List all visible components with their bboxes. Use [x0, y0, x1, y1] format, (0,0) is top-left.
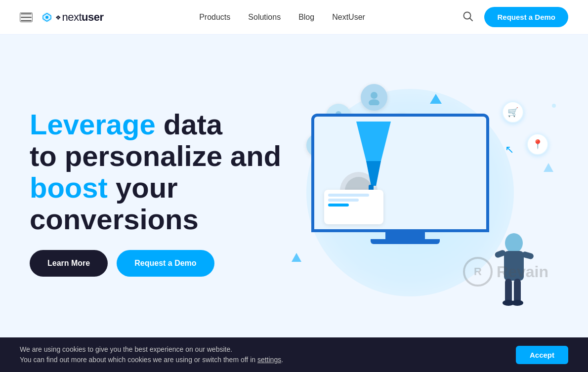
monitor-base	[371, 239, 440, 244]
triangle-1	[430, 94, 442, 104]
request-demo-header-button[interactable]: Request a Demo	[484, 7, 568, 27]
monitor-screen	[314, 117, 486, 229]
hero-title-boost: boost	[30, 171, 108, 204]
triangle-3	[292, 253, 301, 262]
dot-2	[552, 104, 556, 108]
cookie-accept-button[interactable]: Accept	[516, 346, 568, 364]
triangle-2	[544, 163, 553, 172]
card-line-1	[328, 194, 369, 197]
nav-products[interactable]: Products	[199, 13, 230, 22]
svg-point-2	[45, 16, 48, 19]
cookie-settings-link[interactable]: settings	[257, 356, 281, 364]
hero-title-line2: to personalize and	[30, 140, 281, 172]
nav-solutions[interactable]: Solutions	[248, 13, 281, 22]
hero-buttons: Learn More Request a Demo	[30, 250, 281, 277]
svg-point-6	[369, 99, 379, 105]
hero-title: Leverage data to personalize and boost y…	[30, 109, 281, 235]
avatar-1	[361, 84, 387, 111]
logo-icon	[42, 12, 52, 23]
nav-nextuser[interactable]: NextUser	[332, 13, 365, 22]
hero-title-data: data	[156, 108, 222, 140]
search-button[interactable]	[461, 9, 475, 25]
location-icon-bubble: 📍	[527, 133, 548, 155]
cookie-banner: We are using cookies to give you the bes…	[0, 337, 588, 372]
hero-illustration: 🛒 📍 ↖	[282, 74, 558, 311]
search-icon	[462, 11, 473, 22]
monitor	[311, 114, 499, 252]
hero-title-leverage: Leverage	[30, 108, 156, 140]
learn-more-button[interactable]: Learn More	[30, 250, 108, 277]
cursor-icon: ↖	[505, 143, 514, 156]
hero-title-your: your	[108, 171, 178, 204]
card-line-3	[328, 204, 349, 207]
svg-marker-15	[356, 122, 391, 161]
header: ❖nextuser Products Solutions Blog NextUs…	[0, 0, 588, 35]
hero-title-conversions: conversions	[30, 203, 199, 235]
revain-logo: R	[463, 257, 493, 287]
svg-point-18	[505, 233, 523, 253]
cart-icon-bubble: 🛒	[502, 101, 524, 123]
monitor-stand	[385, 232, 425, 239]
monitor-frame	[311, 114, 489, 232]
svg-line-4	[470, 18, 473, 21]
svg-point-25	[511, 300, 523, 306]
revain-watermark: R Revain	[463, 257, 548, 287]
monitor-card	[324, 190, 383, 224]
nav-blog[interactable]: Blog	[298, 13, 314, 22]
svg-point-5	[371, 92, 378, 99]
main-nav: Products Solutions Blog NextUser	[199, 13, 365, 22]
hero-section: Leverage data to personalize and boost y…	[0, 35, 588, 341]
hamburger-menu[interactable]	[20, 12, 33, 22]
logo-text: ❖nextuser	[55, 11, 104, 24]
revain-brand: Revain	[497, 263, 548, 281]
header-right: Request a Demo	[461, 7, 568, 27]
hero-content: Leverage data to personalize and boost y…	[30, 109, 281, 276]
cookie-message: We are using cookies to give you the bes…	[20, 344, 506, 365]
header-left: ❖nextuser	[20, 11, 104, 24]
card-line-2	[328, 199, 359, 202]
request-demo-hero-button[interactable]: Request a Demo	[117, 250, 214, 277]
logo-link[interactable]: ❖nextuser	[42, 11, 104, 24]
